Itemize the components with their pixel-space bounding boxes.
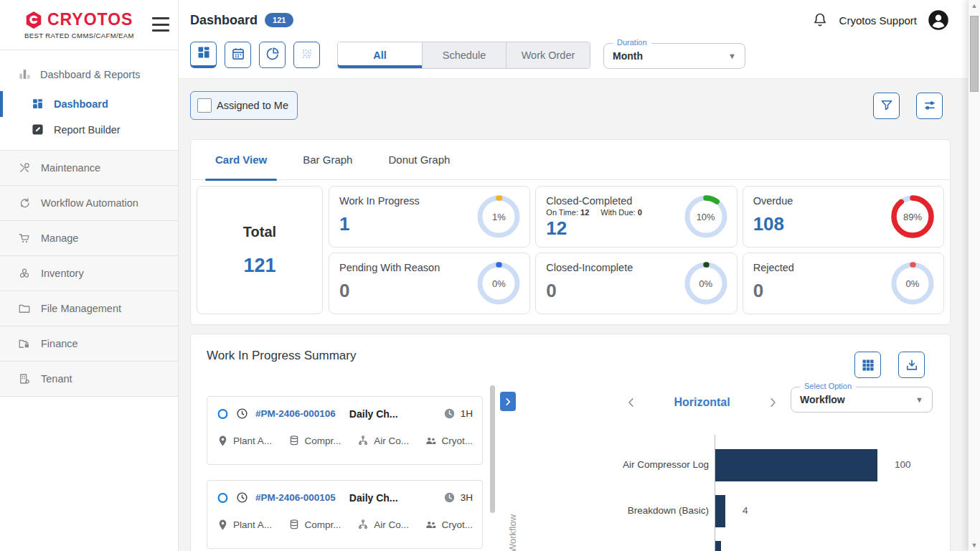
status-card-rejected: Rejected00%: [743, 253, 944, 314]
clock-icon: [236, 491, 248, 504]
download-button[interactable]: [898, 352, 925, 378]
wip-item-meta: Plant A...Compr...Air Co...Cryot...: [217, 519, 473, 531]
chart-bar-clipped[interactable]: [715, 541, 721, 551]
sidebar: CRYOTOS BEST RATED CMMS/CAFM/EAM Dashboa…: [0, 0, 179, 551]
work-order-id-link[interactable]: #PM-2406-000106: [255, 408, 336, 419]
status-donut-chart: 0%: [890, 260, 936, 306]
sidebar-item-tenant[interactable]: Tenant: [0, 361, 178, 396]
tab-donut-graph[interactable]: Donut Graph: [378, 140, 460, 179]
chart-bar[interactable]: [715, 449, 877, 481]
folder-icon: [18, 302, 32, 316]
user-avatar-icon[interactable]: [928, 9, 949, 31]
wip-meta-asset: Compr...: [288, 435, 341, 447]
status-donut-chart: 0%: [683, 260, 729, 306]
card-view-button[interactable]: [190, 42, 217, 68]
view-tab-work-order[interactable]: Work Order: [506, 42, 590, 68]
duration-select[interactable]: Duration Month ▼: [603, 43, 745, 69]
page-scrollbar[interactable]: ▲ ▼: [968, 0, 980, 551]
assigned-to-me-toggle[interactable]: Assigned to Me: [190, 91, 298, 120]
work-order-id-link[interactable]: #PM-2406-000105: [255, 492, 336, 503]
scrollbar-thumb[interactable]: [970, 16, 979, 92]
filter-funnel-button[interactable]: [873, 93, 900, 119]
sidebar-item-label: Report Builder: [54, 124, 121, 136]
asset-database-icon: [288, 519, 301, 531]
page-title: Dashboard: [190, 13, 258, 28]
duration-value: 3H: [461, 492, 473, 503]
asset-value: Compr...: [305, 519, 341, 530]
chevron-right-icon[interactable]: [766, 396, 779, 409]
scrollbar-up-arrow[interactable]: ▲: [969, 2, 980, 9]
chart-bar[interactable]: [715, 495, 725, 527]
chart-option-select-label: Select Option: [800, 382, 856, 390]
wip-item-header: #PM-2406-000106Daily Ch...1H: [217, 408, 473, 420]
sidebar-item-manage[interactable]: Manage: [0, 220, 178, 255]
chart-option-select[interactable]: Select Option Workflow ▼: [791, 387, 933, 413]
status-card-closed-completed: Closed-CompletedOn Time: 12With Due: 012…: [535, 186, 737, 248]
tenant-building-icon: [18, 372, 32, 386]
scrollbar-down-arrow[interactable]: ▼: [969, 542, 980, 549]
card-view-icon: [197, 45, 211, 62]
advanced-filter-sliders-button[interactable]: [916, 93, 943, 119]
clock-filled-icon: [443, 408, 456, 420]
wip-list-item: #PM-2406-000106Daily Ch...1HPlant A...Co…: [207, 396, 483, 465]
sidebar-item-inventory[interactable]: Inventory: [0, 255, 178, 291]
status-card-subvalue: With Due: 0: [600, 208, 641, 217]
wip-item-meta: Plant A...Compr...Air Co...Cryot...: [217, 435, 473, 447]
sidebar-item-workflow-automation[interactable]: Workflow Automation: [0, 185, 178, 220]
sidebar-items: MaintenanceWorkflow AutomationManageInve…: [0, 150, 178, 397]
chevron-down-icon: ▼: [728, 52, 736, 60]
sidebar-item-label: Finance: [41, 338, 78, 349]
view-tab-schedule[interactable]: Schedule: [422, 42, 506, 68]
tab-card-view[interactable]: Card View: [205, 140, 277, 179]
chart-orientation-label[interactable]: Horizontal: [674, 396, 730, 409]
sidebar-item-label: Maintenance: [41, 162, 100, 174]
wip-summary-title: Work In Progress Summary: [207, 349, 934, 363]
sidebar-group-dashboard-reports[interactable]: Dashboard & Reports: [0, 50, 178, 91]
view-mode-tabs: AllScheduleWork Order: [337, 42, 590, 69]
status-card-overdue: Overdue10889%: [743, 186, 944, 248]
record-count-badge: 121: [265, 13, 293, 27]
wip-list-scrollbar[interactable]: [490, 385, 495, 551]
assigned-to-me-label: Assigned to Me: [217, 100, 288, 111]
team-people-icon: [425, 519, 437, 531]
sidebar-item-label: Workflow Automation: [41, 197, 138, 209]
sidebar-item-label: Inventory: [41, 268, 84, 279]
wip-meta-workflow: Air Co...: [357, 435, 409, 447]
sidebar-item-report-builder[interactable]: Report Builder: [0, 117, 178, 143]
chevron-left-icon[interactable]: [625, 396, 638, 409]
work-order-name: Daily Ch...: [349, 408, 398, 420]
view-tab-all[interactable]: All: [338, 42, 422, 68]
notifications-bell-icon[interactable]: [811, 11, 829, 29]
sidebar-item-maintenance[interactable]: Maintenance: [0, 150, 178, 185]
calendar-view-button[interactable]: [225, 42, 251, 68]
hamburger-menu-icon[interactable]: [152, 17, 169, 32]
sidebar-item-file-management[interactable]: File Management: [0, 291, 178, 326]
total-card: Total 121: [197, 186, 323, 314]
asset-value: Compr...: [305, 435, 341, 446]
team-value: Cryot...: [441, 519, 473, 530]
summary-view-tabs: Card ViewBar GraphDonut Graph: [191, 140, 950, 180]
scatter-view-button[interactable]: [293, 42, 320, 68]
status-donut-chart: 10%: [683, 194, 729, 240]
main-area: Dashboard 121 Cryotos Support AllSchedul…: [179, 0, 968, 551]
sidebar-item-label: Manage: [41, 232, 78, 244]
assigned-to-me-checkbox[interactable]: [197, 98, 212, 113]
workflow-tree-icon: [357, 519, 369, 531]
total-label: Total: [243, 224, 276, 240]
expand-list-button[interactable]: [500, 392, 516, 411]
workflow-icon: [18, 197, 32, 210]
duration-value: 1H: [461, 408, 473, 419]
tab-bar-graph[interactable]: Bar Graph: [293, 140, 362, 179]
sidebar-item-finance[interactable]: Finance: [0, 326, 178, 361]
wip-meta-team: Cryot...: [425, 519, 473, 531]
support-user-label[interactable]: Cryotos Support: [839, 14, 917, 27]
chart-category-label: Air Compressor Log: [541, 459, 709, 470]
location-pin-icon: [217, 435, 229, 447]
work-order-name: Daily Ch...: [349, 492, 398, 504]
pie-view-button[interactable]: [259, 42, 286, 68]
table-view-button[interactable]: [854, 352, 881, 378]
wip-meta-team: Cryot...: [425, 435, 473, 447]
sidebar-item-dashboard[interactable]: Dashboard: [0, 91, 178, 117]
status-donut-percent: 10%: [683, 194, 729, 240]
status-donut-percent: 0%: [683, 260, 729, 306]
